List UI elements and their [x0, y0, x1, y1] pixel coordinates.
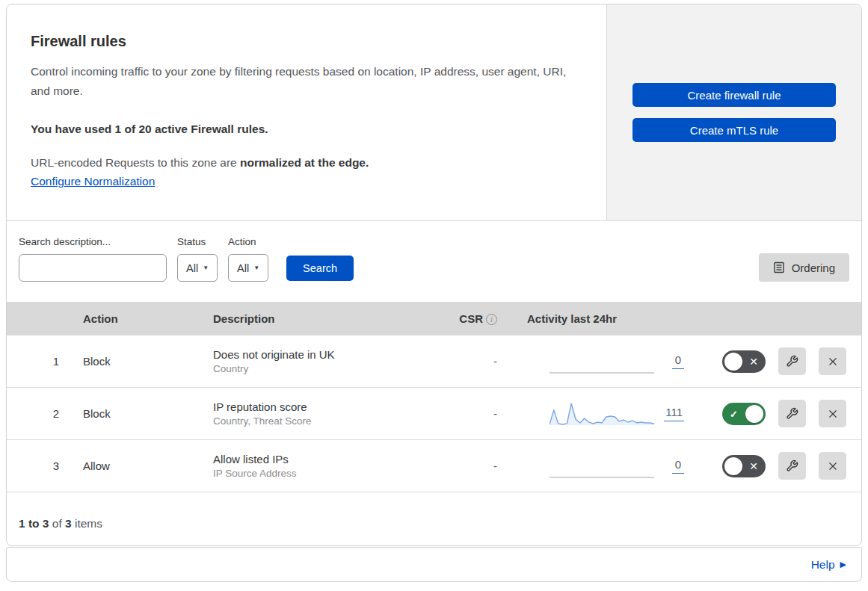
- info-icon[interactable]: i: [486, 314, 497, 325]
- sparkline-line: [550, 403, 654, 424]
- header-activity: Activity last 24hr: [508, 312, 695, 325]
- status-select[interactable]: All ▼: [177, 254, 218, 282]
- rule-description: Does not originate in UK: [213, 348, 433, 361]
- help-label: Help: [811, 558, 835, 572]
- table-row: 2 Block IP reputation score Country, Thr…: [7, 388, 861, 440]
- x-icon: [826, 460, 840, 473]
- sparkline-area: [550, 403, 654, 425]
- rule-enabled-toggle[interactable]: ✓ ✕: [722, 455, 766, 477]
- activity-count-link[interactable]: 0: [672, 353, 684, 369]
- rule-description: Allow listed IPs: [213, 453, 433, 465]
- normalization-note: URL-encoded Requests to this zone are no…: [31, 156, 576, 170]
- edit-rule-button[interactable]: [778, 347, 806, 375]
- normalization-bold-text: normalized at the edge.: [240, 156, 369, 169]
- wrench-icon: [786, 355, 798, 368]
- actions-panel: Create firewall rule Create mTLS rule: [606, 4, 861, 220]
- usage-note: You have used 1 of 20 active Firewall ru…: [31, 123, 576, 136]
- help-link[interactable]: Help ▶: [811, 558, 846, 572]
- header-action: Action: [74, 312, 201, 325]
- rule-description: IP reputation score: [213, 400, 433, 413]
- toggle-cross-icon: ✕: [749, 356, 758, 368]
- firewall-rules-page: Firewall rules Control incoming traffic …: [0, 0, 868, 591]
- summary-items: items: [75, 517, 102, 530]
- table-row: 3 Allow Allow listed IPs IP Source Addre…: [7, 440, 861, 492]
- rule-action: Block: [74, 355, 201, 368]
- rule-controls: ✓ ✕: [695, 400, 861, 427]
- rule-csr-value: -: [433, 355, 508, 368]
- rule-enabled-toggle[interactable]: ✓ ✕: [722, 350, 766, 373]
- header-csr: CSRi: [433, 312, 508, 325]
- header-description: Description: [201, 312, 433, 325]
- toggle-knob: [724, 457, 742, 475]
- ordering-list-icon: [773, 262, 785, 273]
- rule-match-fields: IP Source Address: [213, 468, 433, 479]
- edit-rule-button[interactable]: [778, 400, 806, 427]
- hero-section: Firewall rules Control incoming traffic …: [7, 4, 861, 221]
- chevron-down-icon: ▼: [253, 264, 259, 271]
- summary-of: of: [52, 517, 62, 530]
- rule-match-fields: Country, Threat Score: [213, 415, 433, 427]
- filter-bar: Search description... Status All ▼ Actio…: [7, 221, 861, 302]
- pagination-summary: 1 to 3 of 3 items: [7, 492, 861, 545]
- rule-controls: ✓ ✕: [695, 347, 861, 375]
- status-label: Status: [177, 236, 218, 247]
- rule-action: Allow: [74, 460, 201, 472]
- rule-match-fields: Country: [213, 363, 433, 374]
- x-icon: [826, 407, 840, 421]
- ordering-button-label: Ordering: [792, 262, 835, 274]
- rule-action: Block: [74, 407, 201, 420]
- table-header: Action Description CSRi Activity last 24…: [7, 302, 861, 335]
- search-label: Search description...: [19, 236, 167, 247]
- activity-sparkline: [550, 348, 654, 375]
- toggle-knob: [724, 353, 742, 371]
- wrench-icon: [786, 460, 798, 472]
- header-csr-label: CSR: [459, 312, 483, 325]
- firewall-rules-card: Firewall rules Control incoming traffic …: [6, 4, 862, 546]
- arrow-right-icon: ▶: [840, 560, 846, 569]
- page-description: Control incoming traffic to your zone by…: [31, 62, 569, 100]
- hero-text-block: Firewall rules Control incoming traffic …: [7, 4, 606, 220]
- configure-normalization-link[interactable]: Configure Normalization: [31, 175, 155, 188]
- ordering-button[interactable]: Ordering: [759, 253, 849, 282]
- search-input[interactable]: [33, 262, 168, 274]
- activity-count-link[interactable]: 0: [672, 458, 684, 474]
- table-row: 1 Block Does not originate in UK Country…: [7, 335, 861, 388]
- rule-activity-cell: 0: [508, 453, 695, 480]
- action-filter-group: Action All ▼: [228, 236, 268, 282]
- page-title: Firewall rules: [31, 33, 576, 50]
- rule-description-cell: Allow listed IPs IP Source Address: [201, 453, 433, 479]
- activity-count-link[interactable]: 111: [664, 406, 684, 421]
- action-select[interactable]: All ▼: [228, 254, 268, 282]
- delete-rule-button[interactable]: [819, 347, 846, 375]
- chevron-down-icon: ▼: [203, 264, 209, 271]
- wrench-icon: [786, 407, 798, 420]
- edit-rule-button[interactable]: [778, 452, 806, 480]
- delete-rule-button[interactable]: [819, 452, 846, 480]
- rule-activity-cell: 0: [508, 348, 695, 375]
- rule-controls: ✓ ✕: [695, 452, 861, 480]
- delete-rule-button[interactable]: [819, 400, 846, 427]
- toggle-knob: [745, 405, 763, 423]
- create-mtls-rule-button[interactable]: Create mTLS rule: [632, 118, 836, 142]
- status-selected-value: All: [186, 262, 198, 274]
- rule-activity-cell: 111: [508, 400, 695, 427]
- help-bar: Help ▶: [6, 547, 862, 582]
- create-firewall-rule-button[interactable]: Create firewall rule: [632, 83, 836, 107]
- activity-sparkline: [550, 400, 654, 427]
- action-label: Action: [228, 236, 268, 247]
- rule-description-cell: Does not originate in UK Country: [201, 348, 433, 374]
- rule-description-cell: IP reputation score Country, Threat Scor…: [201, 400, 433, 427]
- x-icon: [826, 355, 840, 368]
- rule-priority: 3: [7, 460, 74, 472]
- summary-total: 3: [65, 517, 72, 530]
- action-selected-value: All: [237, 262, 249, 274]
- summary-range: 1 to 3: [19, 517, 49, 530]
- search-button[interactable]: Search: [286, 256, 354, 281]
- rule-csr-value: -: [433, 407, 508, 420]
- rule-enabled-toggle[interactable]: ✓ ✕: [722, 403, 766, 425]
- normalization-text: URL-encoded Requests to this zone are: [31, 156, 237, 169]
- rule-priority: 1: [7, 355, 74, 368]
- toggle-cross-icon: ✕: [749, 460, 758, 472]
- search-group: Search description...: [19, 236, 167, 282]
- search-box: [19, 254, 167, 282]
